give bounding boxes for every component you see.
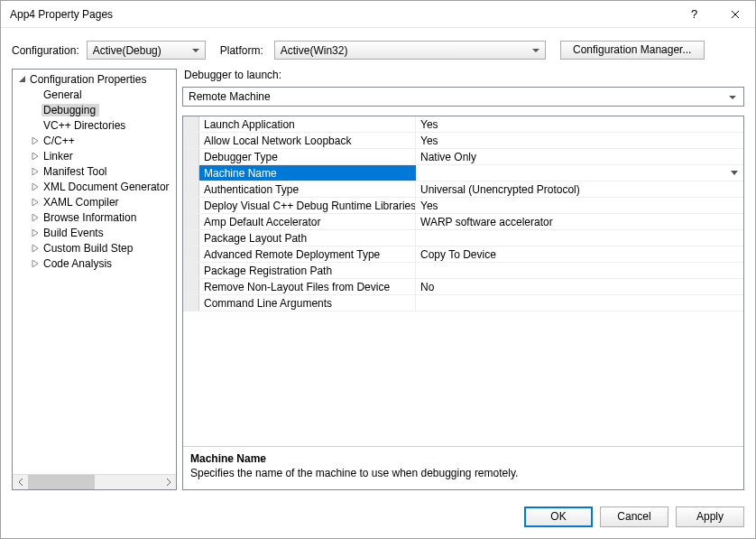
tree-item-label: VC++ Directories: [41, 119, 129, 132]
property-value[interactable]: Universal (Unencrypted Protocol): [416, 181, 743, 197]
scroll-track[interactable]: [28, 475, 161, 490]
tree-item[interactable]: Debugging: [13, 102, 176, 117]
property-name: Command Line Arguments: [199, 295, 416, 311]
property-value[interactable]: Yes: [416, 198, 743, 213]
property-row[interactable]: Debugger TypeNative Only: [183, 149, 743, 165]
tree-item[interactable]: XAML Compiler: [13, 194, 176, 209]
expander-open-icon: [15, 75, 28, 83]
property-name: Advanced Remote Deployment Type: [199, 246, 416, 262]
close-icon: [731, 10, 740, 19]
property-row[interactable]: Deploy Visual C++ Debug Runtime Librarie…: [183, 198, 743, 214]
tree-item[interactable]: VC++ Directories: [13, 117, 176, 133]
grid-gutter: [183, 279, 199, 294]
property-grid-wrap: Launch ApplicationYesAllow Local Network…: [182, 116, 744, 490]
scroll-left-button[interactable]: [13, 475, 28, 490]
property-row[interactable]: Machine Name: [183, 165, 743, 181]
property-name: Package Layout Path: [199, 230, 416, 246]
close-button[interactable]: [715, 1, 755, 27]
right-pane: Debugger to launch: Remote Machine Launc…: [182, 69, 744, 490]
property-value[interactable]: WARP software accelerator: [416, 214, 743, 229]
tree-item-label: Linker: [41, 150, 77, 163]
grid-gutter: [183, 181, 199, 197]
property-row[interactable]: Remove Non-Layout Files from DeviceNo: [183, 279, 743, 295]
grid-gutter: [183, 230, 199, 246]
property-name: Deploy Visual C++ Debug Runtime Librarie…: [199, 198, 416, 213]
property-name: Package Registration Path: [199, 263, 416, 278]
chevron-right-icon: [166, 479, 171, 486]
cancel-button[interactable]: Cancel: [600, 506, 668, 527]
property-pages-dialog: App4 Property Pages ? Configuration: Act…: [0, 0, 756, 539]
grid-gutter: [183, 198, 199, 213]
expander-closed-icon: [29, 168, 41, 175]
property-name: Amp Default Accelerator: [199, 214, 416, 229]
configuration-combo[interactable]: Active(Debug): [87, 41, 206, 60]
description-pane: Machine Name Specifies the name of the m…: [183, 446, 743, 489]
grid-gutter: [183, 214, 199, 229]
expander-closed-icon: [29, 199, 41, 206]
tree-inner[interactable]: Configuration PropertiesGeneralDebugging…: [13, 70, 176, 474]
chevron-left-icon: [18, 479, 23, 486]
tree: Configuration PropertiesGeneralDebugging…: [12, 69, 177, 490]
help-button[interactable]: ?: [674, 1, 715, 27]
tree-item[interactable]: Linker: [13, 148, 176, 163]
grid-gutter: [183, 149, 199, 164]
tree-item-label: Configuration Properties: [28, 73, 150, 86]
footer: OK Cancel Apply: [1, 499, 755, 538]
tree-item-label: Code Analysis: [41, 257, 115, 270]
property-row[interactable]: Package Layout Path: [183, 230, 743, 246]
tree-item-label: C/C++: [41, 135, 78, 147]
tree-item[interactable]: C/C++: [13, 133, 176, 148]
property-grid[interactable]: Launch ApplicationYesAllow Local Network…: [183, 116, 743, 446]
tree-item-root[interactable]: Configuration Properties: [13, 71, 176, 87]
expander-closed-icon: [29, 153, 41, 160]
property-value[interactable]: Yes: [416, 133, 743, 148]
property-value[interactable]: No: [416, 279, 743, 294]
tree-item-label: Manifest Tool: [41, 165, 110, 178]
grid-gutter: [183, 133, 199, 148]
property-name: Authentication Type: [199, 181, 416, 197]
tree-item[interactable]: Build Events: [13, 225, 176, 240]
property-value[interactable]: Native Only: [416, 149, 743, 164]
configuration-combo-value: Active(Debug): [93, 44, 161, 57]
property-row[interactable]: Authentication TypeUniversal (Unencrypte…: [183, 181, 743, 198]
property-name: Launch Application: [199, 116, 416, 132]
expander-closed-icon: [29, 260, 41, 267]
grid-gutter: [183, 116, 199, 132]
tree-item-label: Debugging: [41, 104, 99, 116]
property-row[interactable]: Allow Local Network LoopbackYes: [183, 133, 743, 149]
property-value[interactable]: Copy To Device: [416, 246, 743, 262]
tree-item-label: XML Document Generator: [41, 181, 173, 193]
property-name: Debugger Type: [199, 149, 416, 164]
configuration-manager-button[interactable]: Configuration Manager...: [560, 41, 705, 60]
platform-combo[interactable]: Active(Win32): [274, 41, 546, 60]
property-row[interactable]: Amp Default AcceleratorWARP software acc…: [183, 214, 743, 230]
scroll-right-button[interactable]: [161, 475, 176, 490]
property-name: Allow Local Network Loopback: [199, 133, 416, 148]
property-row[interactable]: Command Line Arguments: [183, 295, 743, 311]
property-row[interactable]: Package Registration Path: [183, 263, 743, 279]
property-row[interactable]: Advanced Remote Deployment TypeCopy To D…: [183, 246, 743, 263]
platform-label: Platform:: [220, 44, 263, 57]
property-row[interactable]: Launch ApplicationYes: [183, 116, 743, 133]
tree-item-label: Build Events: [41, 227, 107, 239]
tree-item[interactable]: Code Analysis: [13, 256, 176, 271]
tree-item[interactable]: General: [13, 87, 176, 102]
tree-item[interactable]: Manifest Tool: [13, 163, 176, 179]
property-value[interactable]: Yes: [416, 116, 743, 132]
property-value[interactable]: [416, 295, 743, 311]
property-value[interactable]: [416, 263, 743, 278]
apply-button[interactable]: Apply: [676, 506, 744, 527]
ok-button[interactable]: OK: [524, 506, 593, 527]
property-value[interactable]: [416, 165, 743, 181]
tree-hscrollbar[interactable]: [13, 474, 176, 489]
description-text: Specifies the name of the machine to use…: [190, 467, 736, 479]
scroll-thumb[interactable]: [28, 475, 95, 490]
help-icon: ?: [691, 7, 697, 21]
debugger-launch-combo[interactable]: Remote Machine: [182, 87, 744, 107]
window-title: App4 Property Pages: [10, 8, 674, 21]
tree-item[interactable]: XML Document Generator: [13, 179, 176, 194]
tree-item[interactable]: Browse Information: [13, 209, 176, 225]
property-value[interactable]: [416, 230, 743, 246]
expander-closed-icon: [29, 229, 41, 237]
tree-item[interactable]: Custom Build Step: [13, 240, 176, 256]
